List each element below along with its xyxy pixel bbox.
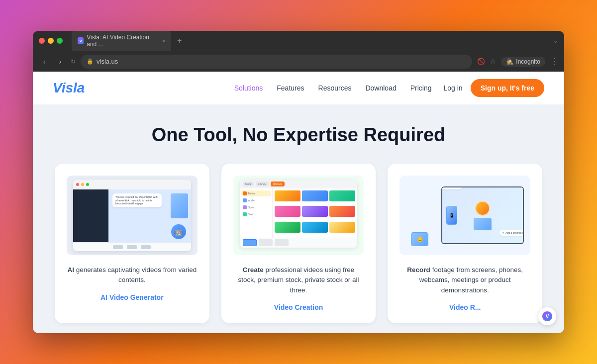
camera-icon: ●: [502, 231, 504, 234]
library-mockup: Stock Library Uploads Media: [240, 180, 357, 248]
card3-link[interactable]: Video R...: [449, 303, 481, 311]
card1-bold: AI: [68, 266, 75, 273]
media-icon: [243, 191, 247, 195]
minimize-window-button[interactable]: [48, 38, 54, 44]
card1-desc: AI generates captivating videos from var…: [67, 265, 198, 285]
thumb-9: [329, 222, 355, 233]
camera-off-icon[interactable]: 🚫: [477, 58, 485, 65]
maximize-window-button[interactable]: [57, 38, 63, 44]
scene-bar: [240, 238, 357, 248]
camera-text: Add a second camera: [505, 231, 524, 234]
card-video-creation: Stock Library Uploads Media: [221, 164, 376, 323]
footer-btn-1: [113, 245, 123, 249]
thumb-5: [302, 206, 328, 217]
visla-icon-svg: V: [542, 311, 553, 322]
thumb-8: [302, 222, 328, 233]
thumb-6: [329, 206, 355, 217]
tabs-dropdown-button[interactable]: ⌄: [553, 37, 558, 44]
site-logo[interactable]: Visla: [53, 80, 85, 96]
uploads-tab: Uploads: [271, 182, 285, 186]
nav-pricing[interactable]: Pricing: [410, 84, 432, 92]
footer-btn-3: [141, 245, 151, 249]
back-button[interactable]: ‹: [39, 58, 50, 66]
scene-3: [275, 239, 289, 246]
connect-device-label: ● Connect Device to Desktop: [441, 186, 462, 189]
url-text: visla.us: [97, 58, 118, 65]
person-body: [474, 218, 492, 230]
card2-image: Stock Library Uploads Media: [233, 176, 364, 255]
stock-tab: Stock: [243, 182, 254, 186]
library-tabs: Stock Library Uploads: [240, 180, 357, 188]
thumb-4: [275, 206, 300, 217]
dot1: [76, 183, 79, 186]
bookmark-icon[interactable]: ☆: [490, 58, 496, 65]
card3-rest: footage from screens, phones, webcams, m…: [419, 266, 523, 294]
card3-image: ● Connect Device to Desktop ● Add a seco…: [399, 176, 530, 255]
dot3: [86, 183, 89, 186]
hero-title: One Tool, No Expertise Required: [152, 124, 446, 146]
dot2: [81, 183, 84, 186]
refresh-button[interactable]: ↻: [71, 58, 76, 65]
add-camera-badge: ● Add a second camera: [499, 230, 524, 236]
close-window-button[interactable]: [39, 38, 45, 44]
card2-link[interactable]: Video Creation: [274, 303, 323, 311]
forward-button[interactable]: ›: [55, 58, 66, 66]
card1-rest: generates captivating videos from varied…: [74, 266, 197, 283]
library-sidebar: Media Audio Style: [240, 188, 273, 238]
visla-chat-button[interactable]: V: [538, 307, 556, 325]
site-nav: Visla Solutions Features Resources Downl…: [33, 72, 564, 104]
tab-close-button[interactable]: ×: [162, 38, 165, 44]
person-visual: [474, 201, 492, 230]
nav-features[interactable]: Features: [277, 84, 304, 92]
media-item: Media: [241, 190, 271, 196]
tab-bar: V Visla: AI Video Creation and ... × +: [72, 31, 186, 51]
editor-header: [73, 180, 191, 189]
webcam-overlay: 😊: [411, 232, 428, 246]
editor-sidebar: [73, 189, 108, 242]
library-body: Media Audio Style: [240, 188, 357, 238]
nav-solutions[interactable]: Solutions: [234, 84, 263, 92]
style-icon: [243, 205, 247, 209]
connect-text: Connect Device to Desktop: [441, 186, 459, 188]
url-input[interactable]: 🔒 visla.us: [81, 55, 472, 69]
thumb-1: [275, 190, 300, 201]
audio-item: Audio: [241, 197, 271, 203]
editor-body: You see I started my presentation with a…: [73, 189, 191, 242]
login-button[interactable]: Log in: [444, 84, 463, 92]
editor-main: You see I started my presentation with a…: [108, 189, 191, 242]
nav-download[interactable]: Download: [365, 84, 396, 92]
incognito-label: Incognito: [516, 58, 540, 65]
audio-label: Audio: [248, 199, 255, 202]
thumb-3: [329, 190, 355, 201]
scene-1: [243, 239, 257, 246]
thumb-7: [275, 222, 300, 233]
card2-desc: Create professional videos using free st…: [233, 265, 364, 295]
page-content: Visla Solutions Features Resources Downl…: [33, 72, 564, 333]
incognito-badge: 🕵️ Incognito: [501, 57, 545, 67]
incognito-icon: 🕵️: [506, 58, 513, 65]
text-label: Text: [248, 213, 253, 216]
title-bar: V Visla: AI Video Creation and ... × + ⌄: [33, 31, 564, 51]
style-label: Style: [248, 206, 254, 209]
record-mockup: ● Connect Device to Desktop ● Add a seco…: [406, 180, 523, 251]
card1-image: You see I started my presentation with a…: [67, 176, 198, 255]
nav-resources[interactable]: Resources: [318, 84, 352, 92]
card1-link[interactable]: AI Video Generator: [100, 293, 164, 301]
phone-screen: 📱: [447, 206, 457, 224]
media-grid: [273, 188, 357, 238]
editor-mockup: You see I started my presentation with a…: [73, 180, 191, 251]
feature-cards: You see I started my presentation with a…: [55, 164, 542, 323]
browser-menu-button[interactable]: ⋮: [550, 57, 558, 66]
chat-bubble: You see I started my presentation with a…: [112, 193, 162, 207]
address-actions: 🚫 ☆ 🕵️ Incognito ⋮: [477, 57, 558, 67]
nav-links: Solutions Features Resources Download Pr…: [234, 84, 432, 92]
new-tab-button[interactable]: +: [173, 34, 186, 47]
style-item: Style: [241, 204, 271, 210]
signup-button[interactable]: Sign up, It's free: [471, 79, 544, 97]
card3-bold: Record: [407, 266, 430, 273]
footer-btn-2: [127, 245, 137, 249]
card-video-recording: ● Connect Device to Desktop ● Add a seco…: [388, 164, 542, 323]
security-icon: 🔒: [87, 58, 94, 65]
active-tab[interactable]: V Visla: AI Video Creation and ... ×: [72, 31, 171, 51]
text-item: Text: [241, 211, 271, 217]
